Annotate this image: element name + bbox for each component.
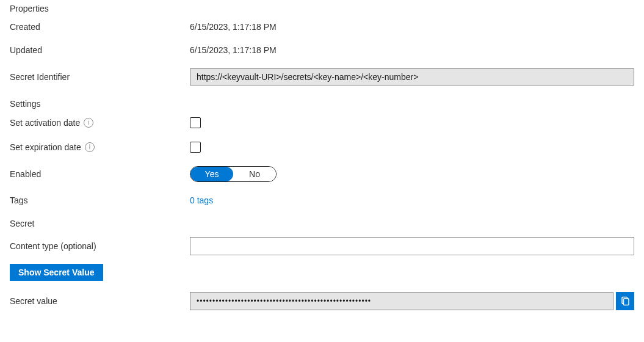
section-secret-header: Secret [10, 219, 634, 228]
tags-label: Tags [10, 195, 190, 205]
copy-icon [620, 296, 630, 306]
activation-date-checkbox[interactable] [190, 117, 201, 128]
info-icon[interactable]: i [85, 142, 95, 152]
expiration-date-checkbox[interactable] [190, 142, 201, 153]
svg-rect-1 [624, 299, 629, 305]
enabled-label: Enabled [10, 169, 190, 179]
secret-identifier-value[interactable]: https://<keyvault-URI>/secrets/<key-name… [190, 68, 634, 86]
expiration-date-label: Set expiration date [10, 142, 81, 152]
tags-link[interactable]: 0 tags [190, 195, 213, 205]
section-settings-header: Settings [10, 99, 634, 109]
secret-value-field[interactable]: ••••••••••••••••••••••••••••••••••••••••… [190, 292, 613, 310]
info-icon[interactable]: i [84, 118, 93, 128]
content-type-label: Content type (optional) [10, 241, 190, 251]
copy-secret-button[interactable] [616, 292, 634, 310]
enabled-yes-option[interactable]: Yes [190, 167, 233, 181]
secret-value-label: Secret value [10, 296, 190, 306]
secret-identifier-label: Secret Identifier [10, 72, 190, 82]
activation-date-label: Set activation date [10, 118, 80, 128]
enabled-no-option[interactable]: No [233, 167, 276, 181]
enabled-toggle[interactable]: Yes No [190, 166, 277, 182]
created-value: 6/15/2023, 1:17:18 PM [190, 22, 634, 32]
content-type-input[interactable] [190, 237, 634, 255]
updated-label: Updated [10, 45, 190, 55]
created-label: Created [10, 22, 190, 32]
show-secret-value-button[interactable]: Show Secret Value [10, 264, 103, 281]
updated-value: 6/15/2023, 1:17:18 PM [190, 45, 634, 55]
section-properties-header: Properties [10, 4, 634, 13]
